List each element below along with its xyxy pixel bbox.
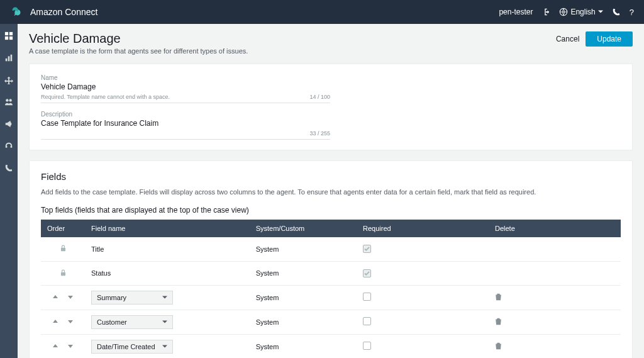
table-row: CustomerSystem bbox=[41, 310, 621, 334]
required-checkbox[interactable] bbox=[363, 342, 371, 350]
update-button[interactable]: Update bbox=[586, 31, 633, 47]
description-label: Description bbox=[41, 111, 330, 118]
name-field-group: Name Vehicle Damage Required. Template n… bbox=[41, 74, 330, 103]
svg-point-9 bbox=[9, 99, 11, 101]
routing-icon[interactable] bbox=[4, 76, 13, 86]
metrics-icon[interactable] bbox=[4, 53, 13, 64]
page-title: Vehicle Damage bbox=[29, 31, 248, 46]
description-field-group: Description Case Template for Insurance … bbox=[41, 111, 330, 140]
phone-nav-icon[interactable] bbox=[4, 164, 13, 174]
table-row: TitleSystem bbox=[41, 237, 621, 261]
svg-rect-3 bbox=[5, 36, 8, 40]
move-down-icon[interactable] bbox=[67, 343, 74, 350]
svg-rect-7 bbox=[11, 55, 13, 62]
language-switcher[interactable]: English bbox=[559, 8, 602, 16]
user-label[interactable]: pen-tester bbox=[499, 8, 533, 16]
dashboard-icon[interactable] bbox=[4, 31, 13, 42]
move-up-icon[interactable] bbox=[52, 294, 58, 301]
topbar-right: pen-tester English ? bbox=[499, 8, 634, 17]
svg-rect-5 bbox=[6, 59, 8, 61]
col-delete: Delete bbox=[489, 220, 621, 237]
delete-icon[interactable] bbox=[495, 319, 502, 327]
description-counter: 33 / 255 bbox=[309, 130, 330, 137]
template-details-card: Name Vehicle Damage Required. Template n… bbox=[29, 64, 633, 150]
fields-title: Fields bbox=[41, 171, 621, 182]
help-icon[interactable]: ? bbox=[630, 8, 634, 17]
table-row: SummarySystem bbox=[41, 285, 621, 310]
sidebar bbox=[0, 24, 18, 358]
announcement-icon[interactable] bbox=[4, 120, 13, 130]
field-type-label: System bbox=[250, 237, 357, 261]
col-field-name: Field name bbox=[85, 220, 250, 237]
field-type-label: System bbox=[250, 334, 357, 358]
cancel-button[interactable]: Cancel bbox=[556, 35, 579, 43]
move-up-icon[interactable] bbox=[52, 318, 58, 326]
main-content: Vehicle Damage A case template is the fo… bbox=[18, 24, 644, 358]
svg-rect-6 bbox=[8, 56, 10, 61]
phone-icon[interactable] bbox=[612, 8, 621, 16]
fields-subtitle: Top fields (fields that are displayed at… bbox=[41, 206, 621, 215]
headset-icon[interactable] bbox=[4, 142, 13, 152]
col-required: Required bbox=[357, 220, 489, 237]
page-header: Vehicle Damage A case template is the fo… bbox=[29, 24, 633, 60]
field-name-label: Title bbox=[85, 237, 250, 261]
svg-rect-11 bbox=[60, 272, 65, 276]
required-checkbox[interactable] bbox=[363, 293, 371, 301]
logout-icon[interactable] bbox=[541, 8, 550, 16]
col-order: Order bbox=[41, 220, 85, 237]
name-hint: Required. Template name cannot end with … bbox=[41, 94, 170, 100]
table-row: StatusSystem bbox=[41, 261, 621, 285]
svg-rect-10 bbox=[60, 248, 65, 252]
field-name-dropdown[interactable]: Date/Time Created bbox=[91, 340, 173, 354]
field-name-dropdown[interactable]: Summary bbox=[91, 291, 173, 305]
delete-icon[interactable] bbox=[495, 344, 502, 351]
topbar-left: Amazon Connect bbox=[10, 4, 97, 20]
required-checkbox bbox=[363, 269, 371, 277]
users-icon[interactable] bbox=[4, 98, 13, 108]
table-row: Date/Time CreatedSystem bbox=[41, 334, 621, 358]
field-type-label: System bbox=[250, 310, 357, 334]
svg-rect-1 bbox=[5, 32, 8, 35]
fields-desc: Add fields to the case template. Fields … bbox=[41, 188, 621, 196]
field-type-label: System bbox=[250, 285, 357, 310]
svg-point-8 bbox=[6, 99, 8, 101]
page-subtitle: A case template is the form that agents … bbox=[29, 47, 248, 55]
lock-icon bbox=[60, 270, 67, 277]
field-name-dropdown[interactable]: Customer bbox=[91, 315, 173, 329]
move-down-icon[interactable] bbox=[67, 318, 74, 326]
name-counter: 14 / 100 bbox=[309, 94, 330, 100]
lock-icon bbox=[60, 245, 67, 253]
col-system-custom: System/Custom bbox=[250, 220, 357, 237]
description-input[interactable]: Case Template for Insurance Claim bbox=[41, 118, 330, 129]
logo-icon bbox=[10, 4, 24, 20]
field-type-label: System bbox=[250, 261, 357, 285]
name-label: Name bbox=[41, 74, 330, 81]
field-name-label: Status bbox=[85, 261, 250, 285]
topbar: Amazon Connect pen-tester English ? bbox=[0, 0, 644, 24]
svg-rect-2 bbox=[9, 32, 13, 35]
svg-rect-4 bbox=[9, 36, 13, 40]
move-up-icon[interactable] bbox=[52, 343, 58, 350]
product-name: Amazon Connect bbox=[30, 7, 97, 17]
required-checkbox bbox=[363, 245, 371, 253]
move-down-icon[interactable] bbox=[67, 294, 74, 301]
name-input[interactable]: Vehicle Damage bbox=[41, 81, 330, 92]
delete-icon[interactable] bbox=[495, 294, 502, 302]
required-checkbox[interactable] bbox=[363, 317, 371, 325]
fields-section: Fields Add fields to the case template. … bbox=[29, 160, 633, 358]
fields-table: Order Field name System/Custom Required … bbox=[41, 220, 621, 358]
language-label: English bbox=[570, 8, 595, 16]
